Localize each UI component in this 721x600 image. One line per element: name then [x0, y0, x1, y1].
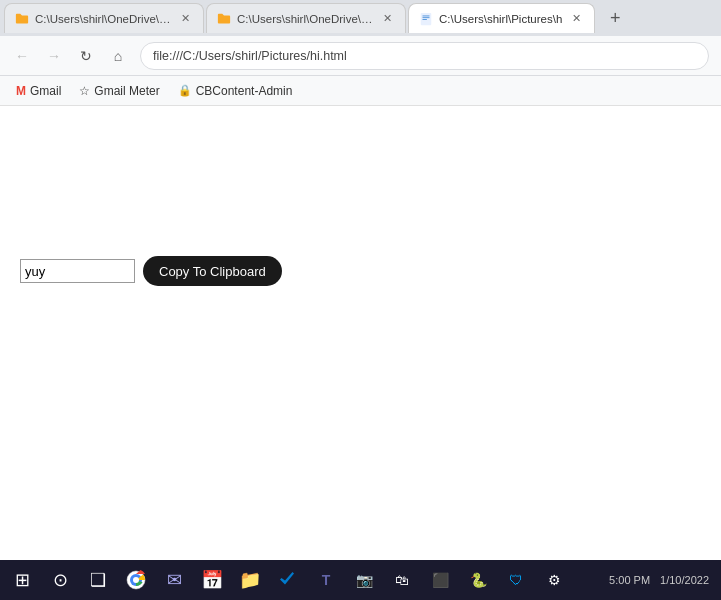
address-bar[interactable]: file:///C:/Users/shirl/Pictures/hi.html	[140, 42, 709, 70]
tray-date: 1/10/2022	[656, 572, 713, 588]
home-icon: ⌂	[114, 48, 122, 64]
folder-icon-2	[217, 12, 231, 26]
input-row: Copy To Clipboard	[20, 256, 701, 286]
search-button[interactable]: ⊙	[42, 562, 78, 598]
task-view-icon: ❑	[90, 569, 106, 591]
back-button[interactable]: ←	[8, 42, 36, 70]
teams-icon: T	[322, 572, 331, 588]
python-taskbar-button[interactable]: 🐍	[460, 562, 496, 598]
vscode-icon	[278, 570, 298, 590]
folder-icon	[15, 12, 29, 26]
bookmark-gmail-meter-label: Gmail Meter	[94, 84, 159, 98]
nav-bar: ← → ↻ ⌂ file:///C:/Users/shirl/Pictures/…	[0, 36, 721, 76]
calendar-taskbar-button[interactable]: 📅	[194, 562, 230, 598]
tab-bar: C:\Users\shirl\OneDrive\Ser ✕ C:\Users\s…	[0, 0, 721, 36]
home-button[interactable]: ⌂	[104, 42, 132, 70]
windows-icon: ⊞	[15, 569, 30, 591]
forward-button[interactable]: →	[40, 42, 68, 70]
python-icon: 🐍	[470, 572, 487, 588]
svg-rect-3	[423, 19, 427, 20]
bookmarks-bar: M Gmail ☆ Gmail Meter 🔒 CBContent-Admin	[0, 76, 721, 106]
store-icon: 🛍	[395, 572, 409, 588]
svg-rect-1	[423, 15, 430, 16]
calendar-icon: 📅	[201, 569, 223, 591]
tab-1-close[interactable]: ✕	[177, 11, 193, 27]
forward-icon: →	[47, 48, 61, 64]
new-tab-button[interactable]: +	[601, 4, 629, 32]
start-button[interactable]: ⊞	[4, 562, 40, 598]
tab-2-close[interactable]: ✕	[379, 11, 395, 27]
tab-1-label: C:\Users\shirl\OneDrive\Ser	[35, 13, 171, 25]
bookmark-gmail-label: Gmail	[30, 84, 61, 98]
browser-window: C:\Users\shirl\OneDrive\Ser ✕ C:\Users\s…	[0, 0, 721, 600]
copy-to-clipboard-button[interactable]: Copy To Clipboard	[143, 256, 282, 286]
browser-tab-1[interactable]: C:\Users\shirl\OneDrive\Ser ✕	[4, 3, 204, 33]
chrome-icon	[126, 570, 146, 590]
bookmark-cbcontent-label: CBContent-Admin	[196, 84, 293, 98]
terminal-taskbar-button[interactable]: ⬛	[422, 562, 458, 598]
shield-taskbar-button[interactable]: 🛡	[498, 562, 534, 598]
tray-time: 5:00 PM	[605, 572, 654, 588]
star-icon: ☆	[79, 84, 90, 98]
svg-point-5	[133, 577, 139, 583]
vscode-taskbar-button[interactable]	[270, 562, 306, 598]
shield-icon: 🛡	[509, 572, 523, 588]
explorer-icon: 📁	[239, 569, 261, 591]
gmail-icon: M	[16, 84, 26, 98]
lock-icon: 🔒	[178, 84, 192, 97]
bookmark-gmail-meter[interactable]: ☆ Gmail Meter	[71, 82, 167, 100]
email-taskbar-button[interactable]: ✉	[156, 562, 192, 598]
task-view-button[interactable]: ❑	[80, 562, 116, 598]
browser-tab-2[interactable]: C:\Users\shirl\OneDrive\Ser ✕	[206, 3, 406, 33]
tab-3-close[interactable]: ✕	[568, 11, 584, 27]
settings-taskbar-button[interactable]: ⚙	[536, 562, 572, 598]
system-tray: 5:00 PM 1/10/2022	[605, 572, 717, 588]
explorer-taskbar-button[interactable]: 📁	[232, 562, 268, 598]
page-icon	[419, 12, 433, 26]
terminal-icon: ⬛	[432, 572, 449, 588]
tab-3-label: C:\Users\shirl\Pictures\h	[439, 13, 562, 25]
back-icon: ←	[15, 48, 29, 64]
browser-tab-3[interactable]: C:\Users\shirl\Pictures\h ✕	[408, 3, 595, 33]
taskbar: ⊞ ⊙ ❑ ✉ 📅 📁	[0, 560, 721, 600]
address-text: file:///C:/Users/shirl/Pictures/hi.html	[153, 49, 696, 63]
bookmark-gmail[interactable]: M Gmail	[8, 82, 69, 100]
search-icon: ⊙	[53, 569, 68, 591]
svg-rect-2	[423, 17, 430, 18]
reload-button[interactable]: ↻	[72, 42, 100, 70]
teams-taskbar-button[interactable]: T	[308, 562, 344, 598]
settings-icon: ⚙	[548, 572, 561, 588]
tab-2-label: C:\Users\shirl\OneDrive\Ser	[237, 13, 373, 25]
text-input[interactable]	[20, 259, 135, 283]
store-taskbar-button[interactable]: 🛍	[384, 562, 420, 598]
page-content: Copy To Clipboard	[0, 106, 721, 560]
app9-taskbar-button[interactable]: 📷	[346, 562, 382, 598]
bookmark-cbcontent[interactable]: 🔒 CBContent-Admin	[170, 82, 301, 100]
reload-icon: ↻	[80, 48, 92, 64]
app9-icon: 📷	[356, 572, 373, 588]
chrome-taskbar-button[interactable]	[118, 562, 154, 598]
email-icon: ✉	[167, 569, 182, 591]
